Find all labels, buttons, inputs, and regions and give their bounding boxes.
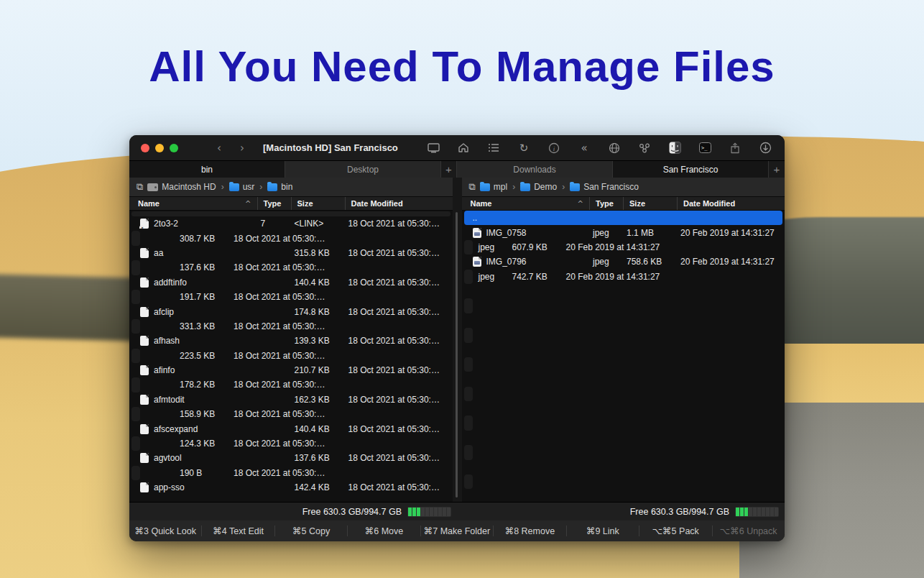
empty-row[interactable] (464, 328, 473, 342)
collapse-panel-icon[interactable]: « (578, 142, 591, 155)
cell-type: 7 (255, 219, 289, 229)
empty-row[interactable] (464, 460, 783, 474)
free-space-label: Free 630.3 GB/994.7 GB (302, 507, 402, 517)
cell-name: agentxtrap (131, 439, 140, 449)
table-row[interactable]: afida223.5 KB18 Oct 2021 at 05:30:… (131, 349, 140, 363)
empty-row[interactable] (464, 401, 783, 416)
column-date[interactable]: Date Modified (345, 197, 453, 210)
table-row[interactable]: IMG_0801jpeg742.7 KB20 Feb 2019 at 14:31… (464, 270, 473, 284)
column-name[interactable]: Name^ (129, 199, 257, 208)
cell-size: 210.7 KB (289, 365, 343, 375)
empty-row[interactable] (464, 387, 473, 401)
empty-row[interactable] (464, 284, 783, 298)
tab-san-francisco[interactable]: San Francisco (613, 161, 769, 178)
table-row[interactable]: a2p308.7 KB18 Oct 2021 at 05:30:… (131, 231, 140, 245)
column-type[interactable]: Type (589, 197, 623, 210)
table-row[interactable]: aea191.7 KB18 Oct 2021 at 05:30:… (131, 290, 140, 304)
display-icon[interactable] (427, 142, 440, 155)
fn--6-move[interactable]: ⌘6 Move (348, 526, 420, 536)
usage-segment (740, 508, 744, 516)
table-row[interactable]: app-sso142.4 KB18 Oct 2021 at 05:30:… (131, 480, 451, 495)
tab-desktop[interactable]: Desktop (285, 161, 441, 178)
cell-size: 178.2 KB (174, 380, 228, 390)
empty-row[interactable] (464, 298, 473, 313)
terminal-icon[interactable]: >_ (698, 142, 711, 155)
network-icon[interactable] (638, 142, 651, 155)
cell-date: 20 Feb 2019 at 14:31:27 (675, 228, 782, 238)
empty-row[interactable] (464, 313, 783, 328)
fn--8-remove[interactable]: ⌘8 Remove (494, 526, 566, 536)
finder-icon[interactable] (668, 142, 681, 155)
fn--3-quick-look[interactable]: ⌘3 Quick Look (129, 526, 202, 536)
cell-size: 137.6 KB (174, 262, 228, 272)
zoom-button[interactable] (170, 144, 178, 152)
table-row[interactable]: agvtool137.6 KB18 Oct 2021 at 05:30:… (131, 451, 451, 465)
add-tab-button-left[interactable]: + (441, 161, 457, 178)
table-row[interactable]: addftinfo140.4 KB18 Oct 2021 at 05:30:… (131, 275, 451, 290)
table-row[interactable]: afscexpand140.4 KB18 Oct 2021 at 05:30:… (131, 421, 451, 436)
table-row[interactable]: afinfo210.7 KB18 Oct 2021 at 05:30:… (131, 363, 451, 377)
column-size[interactable]: Size (623, 197, 677, 210)
fn--5-copy[interactable]: ⌘5 Copy (275, 526, 348, 536)
add-tab-button-right[interactable]: + (769, 161, 785, 178)
sidebar-toggle-icon[interactable]: ⧉ (469, 181, 476, 193)
table-row[interactable]: IMG_0758jpeg1.1 MB20 Feb 2019 at 14:31:2… (464, 225, 783, 239)
folder-icon (480, 183, 490, 191)
tab-bin[interactable]: bin (129, 161, 285, 178)
info-icon[interactable]: i (548, 142, 560, 155)
column-name[interactable]: Name^ (462, 199, 590, 208)
selected-row[interactable]: .. (464, 211, 783, 225)
scrollbar[interactable] (456, 212, 458, 497)
column-date[interactable]: Date Modified (677, 197, 785, 210)
traffic-lights (129, 144, 188, 152)
usage-segment (408, 508, 412, 516)
table-row[interactable]: actool137.6 KB18 Oct 2021 at 05:30:… (131, 260, 140, 275)
refresh-icon[interactable]: ↻ (517, 142, 530, 155)
back-button[interactable]: ‹ (217, 142, 221, 155)
download-icon[interactable] (759, 142, 772, 155)
free-space-right: Free 630.3 GB/994.7 GB (457, 503, 785, 520)
fn--7-make-folder[interactable]: ⌘7 Make Folder (421, 526, 494, 536)
table-row[interactable]: afktool178.2 KB18 Oct 2021 at 05:30:… (131, 377, 140, 392)
empty-row[interactable] (464, 431, 783, 445)
table-row[interactable]: aa315.8 KB18 Oct 2021 at 05:30:… (131, 246, 451, 260)
table-row[interactable]: 2to3-27<LINK>18 Oct 2021 at 05:30:… (131, 216, 451, 231)
fn--5-pack[interactable]: ⌥⌘5 Pack (639, 526, 712, 536)
disk-usage-indicator (407, 507, 451, 517)
column-size[interactable]: Size (291, 197, 345, 210)
empty-row[interactable] (464, 372, 783, 386)
column-type[interactable]: Type (257, 197, 291, 210)
table-row[interactable]: afmtodit162.3 KB18 Oct 2021 at 05:30:… (131, 393, 451, 407)
table-row[interactable]: afclip174.8 KB18 Oct 2021 at 05:30:… (131, 304, 451, 318)
table-row[interactable]: agentxtrap124.3 KB18 Oct 2021 at 05:30:… (131, 436, 140, 451)
share-icon[interactable] (729, 142, 741, 155)
forward-button[interactable]: › (240, 142, 244, 155)
table-row[interactable]: afhash139.3 KB18 Oct 2021 at 05:30:… (131, 334, 451, 348)
breadcrumb[interactable]: ⧉ mpl › Demo › San Francisco (462, 178, 785, 196)
table-row[interactable]: afconvert331.3 KB18 Oct 2021 at 05:30:… (131, 319, 140, 334)
empty-row[interactable] (464, 416, 473, 430)
empty-row[interactable] (464, 445, 473, 459)
table-row[interactable]: afplay158.9 KB18 Oct 2021 at 05:30:… (131, 407, 140, 421)
empty-row[interactable] (464, 343, 783, 357)
table-row[interactable]: alias190 B18 Oct 2021 at 05:30:… (131, 466, 140, 480)
fn--6-unpack[interactable]: ⌥⌘6 Unpack (713, 526, 785, 536)
tab-downloads[interactable]: Downloads (457, 161, 613, 178)
empty-row[interactable] (464, 474, 473, 489)
cell-name: aea (131, 292, 140, 302)
cell-date: 18 Oct 2021 at 05:30:… (343, 219, 451, 229)
table-row[interactable]: IMG_0762jpeg607.9 KB20 Feb 2019 at 14:31… (464, 240, 473, 254)
document-file-icon (140, 277, 149, 288)
empty-row[interactable] (464, 357, 473, 372)
sidebar-toggle-icon[interactable]: ⧉ (137, 181, 143, 193)
fn--4-text-edit[interactable]: ⌘4 Text Edit (202, 526, 274, 536)
minimize-button[interactable] (155, 144, 164, 152)
table-row[interactable]: IMG_0796jpeg758.6 KB20 Feb 2019 at 14:31… (464, 254, 783, 269)
globe-icon[interactable] (608, 142, 621, 155)
breadcrumb[interactable]: ⧉ Macintosh HD › usr › bin (129, 178, 453, 196)
sort-asc-icon: ^ (578, 200, 583, 208)
close-button[interactable] (141, 144, 149, 152)
home-icon[interactable] (457, 142, 470, 155)
list-icon[interactable] (487, 142, 500, 155)
fn--9-link[interactable]: ⌘9 Link (567, 526, 639, 536)
